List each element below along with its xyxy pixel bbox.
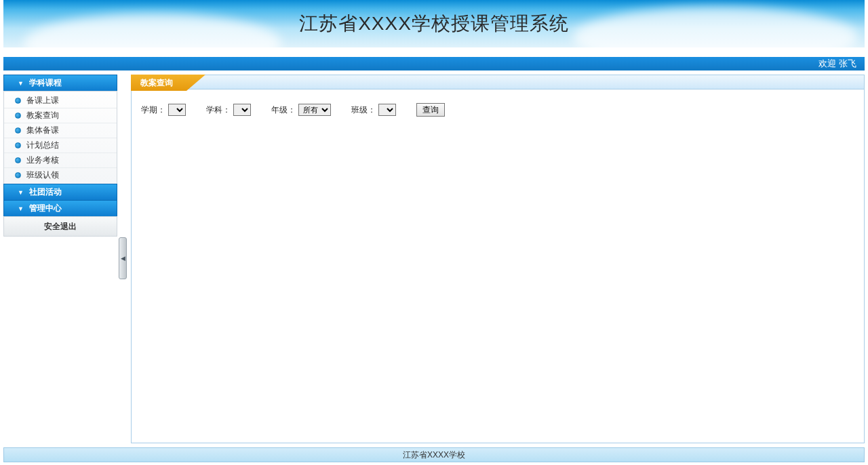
menu-body-subject-courses: 备课上课 教案查询 集体备课 计划总结 业务考核 班级认领 [3,91,117,184]
grade-label: 年级： [271,104,296,116]
bullet-icon [15,172,21,178]
filter-subject: 学科： [206,104,251,116]
content-header-bar: 教案查询 [131,75,865,89]
subject-select[interactable] [233,104,251,116]
filter-semester: 学期： [141,104,186,116]
header-banner: 江苏省XXXX学校授课管理系统 [3,0,865,47]
bullet-icon [15,127,21,134]
sidebar-item-class-claim[interactable]: 班级认领 [4,167,117,182]
semester-select[interactable] [168,104,186,116]
menu-header-club-activities[interactable]: ▼ 社团活动 [3,184,117,200]
content-tab: 教案查询 [131,75,205,91]
semester-label: 学期： [141,104,165,116]
menu-header-label: 社团活动 [29,186,62,198]
menu-header-admin-center[interactable]: ▼ 管理中心 [3,200,117,216]
query-button[interactable]: 查询 [416,103,445,117]
welcome-prefix: 欢迎 [818,58,836,70]
content-tab-title: 教案查询 [140,77,173,89]
filter-row: 学期： 学科： 年级： 所有 班级： 查询 [141,103,854,117]
bullet-icon [15,142,21,148]
content-body: 学期： 学科： 年级： 所有 班级： 查询 [131,89,865,443]
chevron-down-icon: ▼ [18,205,24,212]
logout-button[interactable]: 安全退出 [3,216,117,237]
sidebar-item-plan-summary[interactable]: 计划总结 [4,138,117,153]
subject-label: 学科： [206,104,231,116]
chevron-down-icon: ▼ [18,80,24,87]
sidebar-item-prepare-class[interactable]: 备课上课 [4,93,117,108]
welcome-user: 张飞 [839,58,856,70]
filter-class: 班级： [351,104,396,116]
sidebar-item-label: 计划总结 [26,140,59,151]
sidebar: ▼ 学科课程 备课上课 教案查询 集体备课 计划总结 业务考核 班级认领 ▼ 社… [3,75,117,446]
sidebar-item-group-prepare[interactable]: 集体备课 [4,123,117,138]
sidebar-item-label: 业务考核 [26,155,59,166]
logout-label: 安全退出 [44,221,77,232]
sidebar-item-business-assess[interactable]: 业务考核 [4,153,117,167]
sidebar-item-label: 班级认领 [26,169,59,181]
chevron-down-icon: ▼ [18,189,24,196]
filter-grade: 年级： 所有 [271,104,331,116]
app-title: 江苏省XXXX学校授课管理系统 [299,11,569,37]
bullet-icon [15,113,21,119]
grade-select[interactable]: 所有 [298,104,331,116]
chevron-left-icon: ◀ [121,255,125,262]
sidebar-collapse-handle[interactable]: ◀ [119,237,127,279]
bullet-icon [15,98,21,104]
sidebar-item-label: 备课上课 [26,95,59,106]
footer-text: 江苏省XXXX学校 [403,449,465,461]
footer: 江苏省XXXX学校 [3,447,865,462]
bullet-icon [15,157,21,163]
welcome-bar: 欢迎 张飞 [3,57,865,70]
sidebar-item-lesson-query[interactable]: 教案查询 [4,108,117,123]
sidebar-item-label: 集体备课 [26,125,59,136]
menu-header-label: 学科课程 [29,77,62,89]
class-label: 班级： [351,104,376,116]
content-area: ◀ 教案查询 学期： 学科： 年级： 所有 [131,75,865,446]
menu-header-label: 管理中心 [29,203,62,214]
menu-header-subject-courses[interactable]: ▼ 学科课程 [3,75,117,91]
sidebar-item-label: 教案查询 [26,110,59,121]
class-select[interactable] [378,104,396,116]
